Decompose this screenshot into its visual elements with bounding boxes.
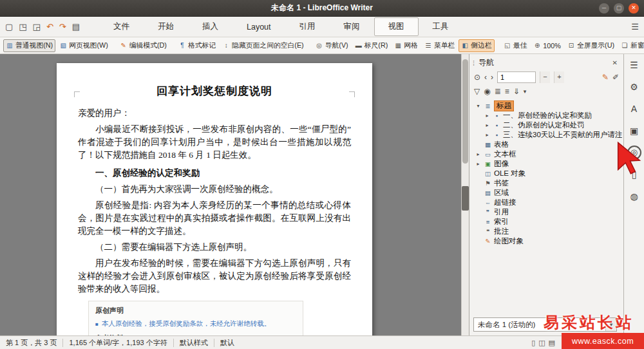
tab-insert[interactable]: 插入 (188, 17, 232, 36)
sidebar-toggle[interactable]: ◧ 侧边栏 (459, 39, 494, 52)
word-count-status[interactable]: 1,165 个单词/字，1,193 个字符 (69, 338, 167, 348)
sidebar-settings-icon[interactable]: ☰ (627, 58, 641, 72)
close-button[interactable]: ✕ (629, 3, 639, 14)
tab-view[interactable]: 视图 (374, 17, 419, 36)
tree-item-bookmarks[interactable]: ⚑ 书签 (472, 178, 622, 188)
checkbox-icon: ■ (95, 321, 99, 327)
hide-whitespace-toggle[interactable]: ↕ 隐藏页面之间的空白(E) (220, 39, 307, 52)
page-increment-button[interactable]: + (554, 71, 564, 83)
language-status[interactable]: 默认 (220, 338, 234, 348)
zoom-best-button[interactable]: ◱ 最佳 (501, 39, 530, 52)
sidebar-splitter-handle[interactable] (462, 186, 469, 211)
paragraph: （一）首先再为大家强调一次原创经验的概念。 (78, 183, 351, 196)
toolbar-label: 导航(V) (325, 41, 348, 50)
tree-item-sections[interactable]: ▤ 区域 (472, 188, 622, 198)
tree-item-label: 引用 (494, 207, 509, 217)
tree-item-frames[interactable]: ▸ ▭ 文本框 (472, 149, 622, 159)
next-icon[interactable]: › (491, 73, 493, 82)
expander-right-icon[interactable]: ▸ (475, 161, 482, 167)
toolbar-label: 格式标记 (188, 41, 216, 50)
grid-toggle[interactable]: ▦ 网格 (392, 39, 421, 52)
expander-right-icon[interactable]: ▸ (484, 113, 491, 118)
document-canvas[interactable]: 回享计划奖惩制度说明 亲爱的用户： 小编最近不断接到投诉，一些发布非原创内容的、… (0, 54, 461, 335)
minimize-button[interactable]: ─ (599, 3, 609, 14)
new-window-button[interactable]: ❏ 新窗口(N) (618, 39, 644, 52)
drag-mode-icon[interactable]: ✎ (602, 73, 609, 82)
ruler-toggle[interactable]: ▬ 标尺(R) (352, 39, 391, 52)
page-number-input[interactable] (498, 72, 535, 82)
book-view-icon[interactable]: ▤ (549, 339, 555, 347)
content-view-eye-icon[interactable]: ◉ (484, 87, 490, 96)
single-page-view-icon[interactable]: ▯ (531, 339, 535, 347)
tree-item-heading-3[interactable]: ▸ ▪ 三、连续30天以上不贡献的用户请注意 (472, 130, 622, 140)
navigator-toggle[interactable]: ◎ 导航(V) (313, 39, 351, 52)
maximize-button[interactable]: ▢ (614, 3, 624, 14)
page-count-status[interactable]: 第 1 页，共 3 页 (6, 338, 57, 348)
fullscreen-button[interactable]: ⊡ 全屏显示(U) (565, 39, 617, 52)
save-button[interactable]: ◲ (33, 22, 41, 32)
toolbar-label: 100% (543, 42, 561, 50)
tree-item-heading-1[interactable]: ▸ ▪ 一、原创经验的认定和奖励 (472, 111, 622, 120)
undo-button[interactable]: ↶ (46, 22, 53, 32)
zoom-100-button[interactable]: ⊕ 100% (531, 40, 564, 52)
open-button[interactable]: ◳ (19, 22, 26, 32)
zoom-100-icon: ⊕ (533, 42, 541, 49)
previous-icon[interactable]: ‹ (484, 73, 487, 82)
list-view-icon[interactable]: ≡ (505, 87, 509, 96)
tab-review[interactable]: 审阅 (330, 17, 374, 36)
tree-item-images[interactable]: ▸ ▣ 图像 (472, 159, 622, 169)
navigator-header: ⁞ 导航 ✕ (469, 54, 623, 70)
style-inspector-tab-icon[interactable]: ◍ (627, 189, 641, 203)
tab-tools[interactable]: 工具 (419, 17, 463, 36)
outline-level-icon[interactable]: ≣ (495, 87, 501, 96)
content-navigation-toggle-icon[interactable]: ⊙ (474, 73, 480, 82)
anchor-icon[interactable]: ✐ (612, 73, 619, 82)
tree-item-heading-2[interactable]: ▸ ▪ 二、伪原创的认定和处罚 (472, 120, 622, 130)
expander-right-icon[interactable]: ▸ (484, 132, 491, 138)
styles-tab-icon[interactable]: A (627, 102, 641, 116)
tree-item-tables[interactable]: ▦ 表格 (472, 140, 622, 149)
page-style-status[interactable]: 默认样式 (180, 338, 208, 348)
toolbar-label: 编辑模式(D) (129, 41, 167, 50)
scrollbar-thumb[interactable] (462, 59, 468, 164)
titlebar: 未命名 1 - LibreOffice Writer ─ ▢ ✕ (0, 0, 644, 17)
demote-icon[interactable]: ⇓ (513, 87, 520, 96)
formatting-marks-toggle[interactable]: ¶ 格式标记 (176, 39, 218, 52)
expander-right-icon[interactable]: ▸ (484, 122, 491, 128)
tree-item-ole-objects[interactable]: ◫ OLE 对象 (472, 169, 622, 178)
text-boundary-mark (74, 91, 80, 97)
document-page[interactable]: 回享计划奖惩制度说明 亲爱的用户： 小编最近不断接到投诉，一些发布非原创内容的、… (57, 63, 372, 335)
tree-item-comments[interactable]: ❝ 批注 (472, 227, 622, 236)
edit-mode-toggle[interactable]: ✎ 编辑模式(D) (117, 39, 169, 52)
page-decrement-button[interactable]: − (540, 71, 550, 83)
tab-layout[interactable]: Layout (232, 19, 285, 35)
notebookbar-menu-icon[interactable]: ☰ (631, 22, 639, 32)
panel-grip-icon[interactable]: ⁞ (473, 59, 475, 67)
panel-close-icon[interactable]: ✕ (611, 59, 619, 66)
expander-down-icon[interactable]: ▾ (475, 103, 482, 109)
expander-right-icon[interactable]: ▸ (475, 151, 482, 157)
view-toolbar: ▥ 普通视图(N) ▧ 网页视图(W) ✎ 编辑模式(D) ¶ 格式标记 ↕ 隐… (0, 37, 644, 54)
chevron-down-icon[interactable]: ▾ (524, 88, 527, 95)
tree-item-indexes[interactable]: ≡ 索引 (472, 217, 622, 227)
tab-references[interactable]: 引用 (285, 17, 330, 36)
tree-item-hyperlinks[interactable]: ⇔ 超链接 (472, 198, 622, 207)
new-document-button[interactable]: ▢ (5, 22, 13, 32)
tree-item-references[interactable]: ❞ 引用 (472, 207, 622, 217)
tab-home[interactable]: 开始 (144, 17, 188, 36)
menubar-toggle[interactable]: ☰ 菜单栏 (422, 39, 457, 52)
properties-tab-icon[interactable]: ⚙ (627, 80, 641, 94)
tree-item-headings[interactable]: ▾ ≣ 标题 (472, 101, 622, 111)
filter-icon[interactable]: ▽ (474, 87, 480, 96)
redo-button[interactable]: ↷ (59, 22, 66, 32)
tree-item-label: 索引 (494, 217, 509, 227)
multi-page-view-icon[interactable]: ◫ (538, 339, 545, 347)
normal-view-toggle[interactable]: ▥ 普通视图(N) (3, 39, 55, 52)
tree-item-label: 书签 (494, 178, 509, 188)
web-view-toggle[interactable]: ▧ 网页视图(W) (57, 39, 111, 52)
print-button[interactable]: ▤ (72, 22, 80, 32)
tree-item-drawing-objects[interactable]: ✎ 绘图对象 (472, 236, 622, 246)
tab-file[interactable]: 文件 (99, 17, 144, 36)
navigator-tree: ▾ ≣ 标题 ▸ ▪ 一、原创经验的认定和奖励 ▸ ▪ 二、伪原创的认定和处罚 … (469, 98, 623, 335)
gallery-tab-icon[interactable]: ▣ (627, 124, 641, 138)
